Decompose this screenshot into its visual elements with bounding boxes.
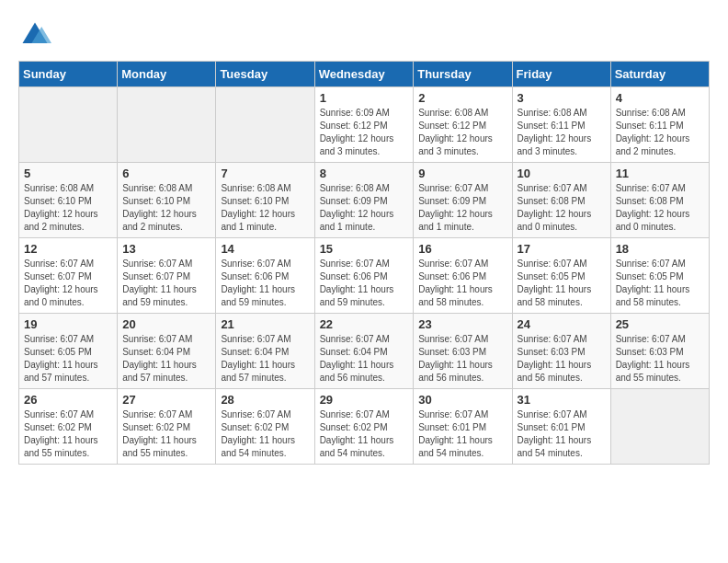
day-info: Sunrise: 6:07 AM Sunset: 6:05 PM Dayligh… [616, 258, 704, 309]
day-number: 7 [221, 167, 309, 180]
day-info: Sunrise: 6:09 AM Sunset: 6:12 PM Dayligh… [320, 107, 409, 158]
calendar-cell: 19Sunrise: 6:07 AM Sunset: 6:05 PM Dayli… [19, 314, 118, 389]
day-number: 19 [24, 317, 112, 331]
calendar-cell: 5Sunrise: 6:08 AM Sunset: 6:10 PM Daylig… [19, 163, 118, 238]
day-number: 29 [320, 393, 409, 407]
day-info: Sunrise: 6:08 AM Sunset: 6:11 PM Dayligh… [518, 107, 606, 158]
calendar-week-row: 19Sunrise: 6:07 AM Sunset: 6:05 PM Dayli… [19, 314, 710, 389]
day-info: Sunrise: 6:07 AM Sunset: 6:09 PM Dayligh… [418, 182, 506, 234]
calendar-cell: 30Sunrise: 6:07 AM Sunset: 6:01 PM Dayli… [414, 389, 512, 465]
day-number: 10 [518, 167, 606, 180]
logo-icon [18, 18, 51, 52]
day-number: 27 [122, 393, 210, 407]
day-info: Sunrise: 6:07 AM Sunset: 6:04 PM Dayligh… [221, 333, 309, 385]
calendar-cell: 21Sunrise: 6:07 AM Sunset: 6:04 PM Dayli… [216, 314, 314, 389]
day-number: 1 [320, 91, 409, 105]
calendar-cell: 25Sunrise: 6:07 AM Sunset: 6:03 PM Dayli… [610, 314, 709, 389]
calendar-cell: 29Sunrise: 6:07 AM Sunset: 6:02 PM Dayli… [314, 389, 414, 465]
day-info: Sunrise: 6:07 AM Sunset: 6:04 PM Dayligh… [122, 333, 210, 385]
day-info: Sunrise: 6:07 AM Sunset: 6:07 PM Dayligh… [24, 258, 112, 309]
calendar-header-row: SundayMondayTuesdayWednesdayThursdayFrid… [19, 62, 710, 87]
day-number: 25 [616, 317, 704, 331]
calendar-week-row: 26Sunrise: 6:07 AM Sunset: 6:02 PM Dayli… [19, 389, 710, 465]
day-info: Sunrise: 6:08 AM Sunset: 6:10 PM Dayligh… [122, 182, 210, 234]
day-info: Sunrise: 6:07 AM Sunset: 6:01 PM Dayligh… [418, 408, 506, 460]
calendar-cell: 2Sunrise: 6:08 AM Sunset: 6:12 PM Daylig… [414, 87, 512, 163]
calendar-cell: 10Sunrise: 6:07 AM Sunset: 6:08 PM Dayli… [512, 163, 610, 238]
calendar-week-row: 12Sunrise: 6:07 AM Sunset: 6:07 PM Dayli… [19, 238, 710, 314]
day-number: 6 [122, 167, 210, 180]
calendar-cell: 26Sunrise: 6:07 AM Sunset: 6:02 PM Dayli… [19, 389, 118, 465]
day-number: 18 [616, 242, 704, 256]
calendar-cell [610, 389, 709, 465]
day-number: 21 [221, 317, 309, 331]
calendar-cell: 4Sunrise: 6:08 AM Sunset: 6:11 PM Daylig… [610, 87, 709, 163]
day-info: Sunrise: 6:07 AM Sunset: 6:06 PM Dayligh… [221, 258, 309, 309]
calendar-cell: 16Sunrise: 6:07 AM Sunset: 6:06 PM Dayli… [414, 238, 512, 314]
calendar-cell: 23Sunrise: 6:07 AM Sunset: 6:03 PM Dayli… [414, 314, 512, 389]
day-number: 2 [418, 91, 506, 105]
day-info: Sunrise: 6:07 AM Sunset: 6:06 PM Dayligh… [320, 258, 409, 309]
day-number: 12 [24, 242, 112, 256]
day-number: 31 [518, 393, 606, 407]
day-info: Sunrise: 6:07 AM Sunset: 6:01 PM Dayligh… [518, 408, 606, 460]
day-number: 30 [418, 393, 506, 407]
day-header-sunday: Sunday [19, 62, 118, 87]
calendar-cell [216, 87, 314, 163]
day-number: 14 [221, 242, 309, 256]
calendar-cell: 22Sunrise: 6:07 AM Sunset: 6:04 PM Dayli… [314, 314, 414, 389]
day-info: Sunrise: 6:07 AM Sunset: 6:03 PM Dayligh… [518, 333, 606, 385]
calendar-cell: 18Sunrise: 6:07 AM Sunset: 6:05 PM Dayli… [610, 238, 709, 314]
page-header [18, 18, 710, 52]
calendar-cell: 7Sunrise: 6:08 AM Sunset: 6:10 PM Daylig… [216, 163, 314, 238]
day-info: Sunrise: 6:07 AM Sunset: 6:03 PM Dayligh… [418, 333, 506, 385]
day-info: Sunrise: 6:07 AM Sunset: 6:02 PM Dayligh… [320, 408, 409, 460]
day-info: Sunrise: 6:07 AM Sunset: 6:08 PM Dayligh… [616, 182, 704, 234]
day-header-monday: Monday [118, 62, 216, 87]
day-info: Sunrise: 6:07 AM Sunset: 6:02 PM Dayligh… [122, 408, 210, 460]
day-number: 16 [418, 242, 506, 256]
calendar-cell: 31Sunrise: 6:07 AM Sunset: 6:01 PM Dayli… [512, 389, 610, 465]
day-info: Sunrise: 6:08 AM Sunset: 6:10 PM Dayligh… [221, 182, 309, 234]
day-number: 22 [320, 317, 409, 331]
calendar-week-row: 1Sunrise: 6:09 AM Sunset: 6:12 PM Daylig… [19, 87, 710, 163]
day-number: 15 [320, 242, 409, 256]
calendar-cell: 27Sunrise: 6:07 AM Sunset: 6:02 PM Dayli… [118, 389, 216, 465]
day-number: 17 [518, 242, 606, 256]
day-header-saturday: Saturday [610, 62, 709, 87]
calendar-cell: 3Sunrise: 6:08 AM Sunset: 6:11 PM Daylig… [512, 87, 610, 163]
day-number: 24 [518, 317, 606, 331]
day-number: 8 [320, 167, 409, 180]
calendar-cell: 12Sunrise: 6:07 AM Sunset: 6:07 PM Dayli… [19, 238, 118, 314]
day-number: 28 [221, 393, 309, 407]
day-info: Sunrise: 6:07 AM Sunset: 6:02 PM Dayligh… [24, 408, 112, 460]
day-info: Sunrise: 6:08 AM Sunset: 6:10 PM Dayligh… [24, 182, 112, 234]
day-info: Sunrise: 6:07 AM Sunset: 6:06 PM Dayligh… [418, 258, 506, 309]
day-header-wednesday: Wednesday [314, 62, 414, 87]
day-number: 20 [122, 317, 210, 331]
day-info: Sunrise: 6:07 AM Sunset: 6:08 PM Dayligh… [518, 182, 606, 234]
calendar-cell: 13Sunrise: 6:07 AM Sunset: 6:07 PM Dayli… [118, 238, 216, 314]
calendar-cell: 8Sunrise: 6:08 AM Sunset: 6:09 PM Daylig… [314, 163, 414, 238]
day-info: Sunrise: 6:08 AM Sunset: 6:12 PM Dayligh… [418, 107, 506, 158]
calendar-cell: 14Sunrise: 6:07 AM Sunset: 6:06 PM Dayli… [216, 238, 314, 314]
day-header-friday: Friday [512, 62, 610, 87]
calendar-cell: 24Sunrise: 6:07 AM Sunset: 6:03 PM Dayli… [512, 314, 610, 389]
calendar-cell: 15Sunrise: 6:07 AM Sunset: 6:06 PM Dayli… [314, 238, 414, 314]
day-header-tuesday: Tuesday [216, 62, 314, 87]
calendar-cell: 20Sunrise: 6:07 AM Sunset: 6:04 PM Dayli… [118, 314, 216, 389]
day-info: Sunrise: 6:08 AM Sunset: 6:11 PM Dayligh… [616, 107, 704, 158]
day-header-thursday: Thursday [414, 62, 512, 87]
day-info: Sunrise: 6:07 AM Sunset: 6:07 PM Dayligh… [122, 258, 210, 309]
day-info: Sunrise: 6:07 AM Sunset: 6:04 PM Dayligh… [320, 333, 409, 385]
calendar-cell: 9Sunrise: 6:07 AM Sunset: 6:09 PM Daylig… [414, 163, 512, 238]
day-number: 23 [418, 317, 506, 331]
day-info: Sunrise: 6:07 AM Sunset: 6:03 PM Dayligh… [616, 333, 704, 385]
day-number: 4 [616, 91, 704, 105]
day-number: 11 [616, 167, 704, 180]
day-info: Sunrise: 6:07 AM Sunset: 6:05 PM Dayligh… [518, 258, 606, 309]
calendar-cell: 6Sunrise: 6:08 AM Sunset: 6:10 PM Daylig… [118, 163, 216, 238]
day-info: Sunrise: 6:07 AM Sunset: 6:05 PM Dayligh… [24, 333, 112, 385]
calendar-cell: 1Sunrise: 6:09 AM Sunset: 6:12 PM Daylig… [314, 87, 414, 163]
day-info: Sunrise: 6:08 AM Sunset: 6:09 PM Dayligh… [320, 182, 409, 234]
